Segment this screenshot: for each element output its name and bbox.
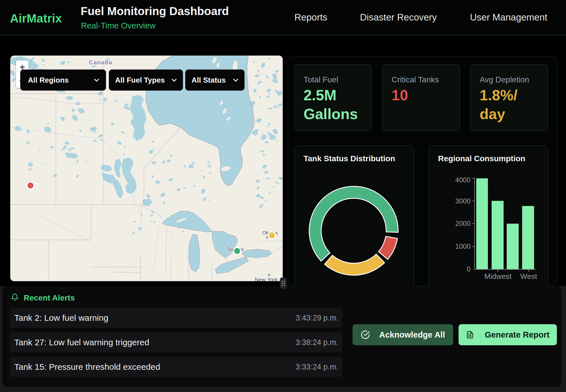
- svg-text:New York: New York: [255, 277, 278, 281]
- svg-text:West: West: [520, 272, 538, 281]
- svg-text:4000: 4000: [455, 176, 471, 184]
- svg-text:Canada: Canada: [89, 59, 112, 66]
- svg-text:0: 0: [467, 265, 471, 273]
- svg-text:Midwest: Midwest: [484, 272, 512, 281]
- svg-text:3000: 3000: [455, 197, 471, 205]
- svg-text:1000: 1000: [455, 242, 471, 250]
- svg-text:2000: 2000: [455, 220, 471, 227]
